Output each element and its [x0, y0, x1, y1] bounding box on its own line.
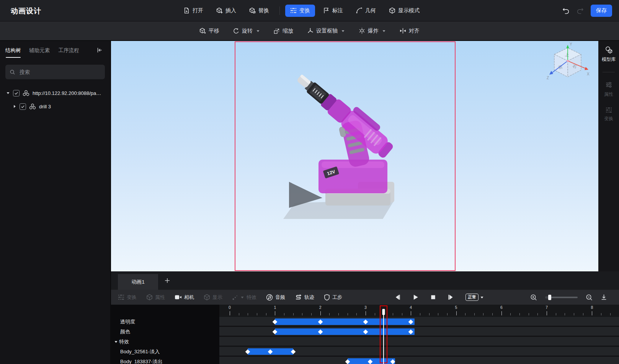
timeline-properties-button[interactable]: 属性 — [146, 294, 165, 301]
timeline-trajectory-button[interactable]: 轨迹 — [295, 294, 314, 301]
timeline-transform-label: 变换 — [127, 294, 137, 301]
tab-aux-elements[interactable]: 辅助元素 — [29, 47, 50, 58]
timeline-tab-animation1[interactable]: 动画1 — [118, 274, 158, 290]
ruler-minor-tick — [248, 313, 248, 315]
track-label-4[interactable]: Body_183837-淡出 — [111, 357, 229, 364]
topbar-display-mode-label: 显示模式 — [398, 7, 420, 14]
topbar-display-mode-button[interactable]: 显示模式 — [384, 5, 425, 17]
scale-icon — [274, 28, 280, 34]
rotate-icon — [233, 28, 239, 34]
topbar-geometry-button[interactable]: 几何 — [351, 5, 381, 17]
topbar-annotate-button[interactable]: 标注 — [318, 5, 348, 17]
track-label-text: 透明度 — [120, 318, 135, 325]
keyframe-bar[interactable] — [275, 328, 414, 335]
chevron-down-icon[interactable] — [256, 29, 260, 33]
viewport-3d[interactable]: 12V — [111, 41, 598, 271]
undo-icon[interactable] — [562, 7, 570, 14]
ruler-major-tick — [501, 311, 502, 315]
step-backward-icon[interactable] — [394, 294, 401, 300]
playhead-handle[interactable] — [382, 309, 385, 315]
chevron-down-icon[interactable] — [341, 29, 345, 33]
timeline-zoom-slider[interactable] — [545, 297, 578, 298]
viewcube-face-top[interactable]: 上 — [565, 52, 570, 57]
chevron-down-icon[interactable] — [240, 295, 244, 299]
timeline-transform-button[interactable]: 变换 — [118, 294, 137, 301]
chevron-down-icon[interactable] — [6, 91, 10, 95]
track-label-2[interactable]: 特效 — [111, 337, 222, 347]
drill-model[interactable]: 12V — [268, 55, 429, 239]
slider-handle[interactable] — [548, 295, 551, 300]
topbar-geometry-label: 几何 — [365, 7, 376, 14]
trajectory-icon — [295, 294, 302, 300]
ruler-minor-tick — [239, 313, 239, 315]
stop-icon[interactable] — [430, 294, 436, 300]
shield-icon — [324, 294, 330, 301]
ruler-minor-tick — [492, 313, 493, 315]
panel-model-library-button[interactable]: 模型库 — [602, 46, 616, 63]
cube-icon — [146, 294, 153, 300]
timeline-work-step-button[interactable]: 工步 — [324, 294, 342, 301]
topbar-annotate-label: 标注 — [332, 7, 343, 14]
save-button[interactable]: 保存 — [591, 5, 612, 17]
tool-align-button[interactable]: 对齐 — [400, 28, 420, 34]
tab-process-flow[interactable]: 工序流程 — [59, 47, 79, 58]
track-area[interactable]: 012345678 — [219, 305, 619, 364]
tree-node-0[interactable]: http://10.122.92.200:8088/pack... — [0, 88, 110, 98]
playhead-line[interactable] — [383, 310, 384, 364]
step-forward-icon[interactable] — [448, 294, 454, 300]
checkbox-checked[interactable] — [20, 103, 26, 110]
search-box[interactable] — [5, 65, 105, 79]
play-speed-button[interactable]: 正常 — [465, 294, 484, 301]
grid-dots-icon — [290, 7, 297, 14]
tab-structure-tree[interactable]: 结构树 — [5, 47, 21, 58]
ruler-minor-tick — [338, 313, 339, 315]
topbar-insert-label: 插入 — [225, 7, 236, 14]
topbar-replace-button[interactable]: 替换 — [244, 5, 274, 17]
file-icon — [183, 7, 190, 14]
timeline-effects-button[interactable]: 特效 — [232, 294, 256, 301]
cube-move-icon — [199, 28, 206, 34]
track-row-4[interactable] — [219, 357, 619, 364]
tool-align-label: 对齐 — [409, 28, 420, 34]
chevron-down-icon[interactable] — [114, 340, 118, 344]
tool-explode-button[interactable]: 爆炸 — [359, 28, 386, 34]
collapse-panel-icon[interactable] — [96, 47, 103, 53]
tool-rotate-button[interactable]: 旋转 — [233, 28, 260, 34]
sliders-icon — [605, 81, 613, 89]
ruler-label-0: 0 — [229, 305, 231, 310]
topbar-open-button[interactable]: 打开 — [178, 5, 208, 17]
view-cube[interactable]: 上 前 右 Y Z X — [543, 42, 593, 88]
zoom-in-icon[interactable] — [530, 294, 537, 301]
download-icon[interactable] — [601, 294, 607, 300]
checkbox-checked[interactable] — [13, 90, 20, 96]
tool-pan-button[interactable]: 平移 — [199, 28, 219, 34]
keyframe-bar[interactable] — [275, 318, 414, 325]
timeline-display-button[interactable]: 显示 — [204, 294, 222, 301]
ruler-minor-tick — [574, 313, 574, 315]
add-animation-icon[interactable] — [164, 277, 170, 284]
tree-node-label: drill 3 — [39, 104, 51, 109]
redo-icon[interactable] — [577, 7, 584, 14]
track-label-0[interactable]: 透明度 — [111, 317, 229, 327]
chevron-down-icon[interactable] — [382, 29, 386, 33]
tool-set-pivot-button[interactable]: 设置枢轴 — [307, 28, 345, 34]
timeline-camera-button[interactable]: 相机 — [175, 294, 194, 301]
topbar-insert-button[interactable]: 插入 — [211, 5, 241, 17]
zoom-out-icon[interactable] — [586, 294, 593, 301]
track-label-3[interactable]: Body_32561-淡入 — [111, 347, 229, 357]
chevron-right-icon[interactable] — [13, 104, 16, 108]
search-input[interactable] — [19, 69, 101, 75]
tree-node-1[interactable]: drill 3 — [0, 102, 110, 111]
panel-properties-button[interactable]: 属性 — [604, 81, 613, 98]
panel-transform-button[interactable]: 变换 — [604, 107, 613, 122]
tool-scale-button[interactable]: 缩放 — [274, 28, 293, 34]
play-icon[interactable] — [412, 294, 419, 300]
track-row-2[interactable] — [219, 337, 619, 347]
track-label-text: Body_32561-淡入 — [120, 348, 160, 355]
topbar-transform-button[interactable]: 变换 — [285, 5, 315, 17]
timeline-work-step-label: 工步 — [332, 294, 342, 301]
track-label-1[interactable]: 颜色 — [111, 327, 229, 337]
ruler-minor-tick — [537, 313, 538, 315]
timeline-audio-button[interactable]: 音频 — [266, 294, 285, 301]
ruler-major-tick — [230, 311, 230, 315]
